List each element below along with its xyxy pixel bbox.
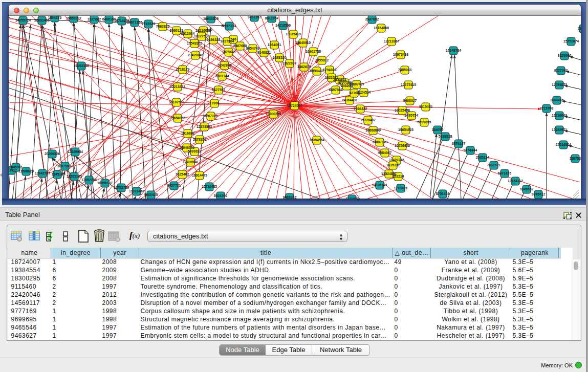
svg-text:5878352: 5878352 xyxy=(193,138,207,141)
svg-text:62160: 62160 xyxy=(350,91,359,95)
svg-text:7986322: 7986322 xyxy=(354,107,367,111)
svg-text:16782759: 16782759 xyxy=(114,186,129,189)
svg-text:12942737: 12942737 xyxy=(35,171,50,175)
svg-text:17957255: 17957255 xyxy=(81,178,97,182)
svg-text:19384554: 19384554 xyxy=(309,138,324,142)
svg-text:2803144: 2803144 xyxy=(215,74,229,78)
svg-text:16107552: 16107552 xyxy=(169,100,184,104)
svg-text:14055724: 14055724 xyxy=(15,18,31,22)
svg-text:116753: 116753 xyxy=(570,157,581,160)
svg-text:9329996: 9329996 xyxy=(558,54,572,57)
svg-text:9474444: 9474444 xyxy=(464,148,477,152)
svg-text:10958107: 10958107 xyxy=(97,181,113,185)
svg-text:16648784: 16648784 xyxy=(446,49,461,52)
svg-text:12375115: 12375115 xyxy=(401,83,416,86)
svg-text:5493822: 5493822 xyxy=(188,149,202,153)
svg-text:2495754: 2495754 xyxy=(405,114,419,117)
svg-text:8990443: 8990443 xyxy=(310,69,324,73)
svg-text:12093873: 12093873 xyxy=(552,83,567,86)
svg-text:9463627: 9463627 xyxy=(403,99,417,102)
svg-text:7485063: 7485063 xyxy=(398,68,412,72)
svg-text:391517: 391517 xyxy=(9,168,17,172)
svg-text:20206526: 20206526 xyxy=(45,152,60,156)
svg-text:10975887: 10975887 xyxy=(57,164,73,168)
svg-text:10756928: 10756928 xyxy=(395,144,410,147)
svg-text:3124534: 3124534 xyxy=(357,91,371,94)
svg-text:1615132: 1615132 xyxy=(386,163,400,167)
svg-text:12213383: 12213383 xyxy=(170,85,185,89)
svg-text:1822037: 1822037 xyxy=(283,61,297,65)
svg-text:5938918: 5938918 xyxy=(439,135,452,138)
svg-text:15716485: 15716485 xyxy=(202,185,217,188)
svg-text:10688609: 10688609 xyxy=(365,128,381,132)
svg-text:1804373: 1804373 xyxy=(48,16,62,19)
svg-text:1527602: 1527602 xyxy=(88,17,101,21)
svg-text:9115460: 9115460 xyxy=(419,105,432,108)
svg-text:9242848: 9242848 xyxy=(218,63,232,67)
svg-text:7955812: 7955812 xyxy=(315,58,329,62)
svg-text:111975: 111975 xyxy=(578,27,581,30)
svg-text:1864091: 1864091 xyxy=(268,43,281,47)
svg-text:7357224: 7357224 xyxy=(223,24,236,28)
svg-text:18300295: 18300295 xyxy=(266,112,281,116)
svg-text:24364436: 24364436 xyxy=(342,98,357,102)
svg-text:10973493: 10973493 xyxy=(393,53,408,56)
svg-text:9146821: 9146821 xyxy=(257,51,271,54)
svg-text:3215958: 3215958 xyxy=(540,106,554,110)
svg-text:8471676: 8471676 xyxy=(498,171,512,175)
svg-text:1244415: 1244415 xyxy=(550,98,564,102)
svg-text:7663822: 7663822 xyxy=(156,25,170,28)
svg-text:6879197: 6879197 xyxy=(452,142,466,145)
svg-text:9084067: 9084067 xyxy=(378,151,392,155)
svg-text:18127508: 18127508 xyxy=(194,34,209,38)
svg-text:18724007: 18724007 xyxy=(287,104,302,107)
svg-text:10025458: 10025458 xyxy=(395,108,410,112)
svg-text:16033809: 16033809 xyxy=(203,17,219,20)
svg-text:2935114: 2935114 xyxy=(476,156,489,159)
svg-text:11420746: 11420746 xyxy=(389,158,404,162)
svg-text:16046703: 16046703 xyxy=(179,146,194,149)
svg-text:2087682: 2087682 xyxy=(365,17,379,21)
svg-text:21053346: 21053346 xyxy=(74,64,89,68)
svg-text:8813054: 8813054 xyxy=(265,16,279,20)
svg-text:12409948: 12409948 xyxy=(183,160,198,164)
svg-text:10543352: 10543352 xyxy=(187,41,202,45)
svg-text:9245012: 9245012 xyxy=(532,192,546,196)
svg-text:8924502: 8924502 xyxy=(214,194,228,198)
svg-text:16961758: 16961758 xyxy=(306,50,321,53)
svg-text:19654923: 19654923 xyxy=(398,128,413,132)
svg-text:10671355: 10671355 xyxy=(127,20,142,24)
svg-text:1916682: 1916682 xyxy=(181,132,195,135)
svg-text:1845001: 1845001 xyxy=(9,165,23,169)
svg-text:11023448: 11023448 xyxy=(129,189,144,193)
svg-text:1733426: 1733426 xyxy=(394,186,408,190)
svg-text:16914479: 16914479 xyxy=(192,173,207,177)
svg-text:19654985: 19654985 xyxy=(170,116,185,120)
svg-text:10607487: 10607487 xyxy=(349,82,364,86)
svg-text:164095: 164095 xyxy=(432,128,444,132)
svg-text:8427552: 8427552 xyxy=(212,88,226,92)
svg-text:7632621: 7632621 xyxy=(487,163,501,167)
svg-text:15692971: 15692971 xyxy=(552,128,567,132)
svg-text:252214: 252214 xyxy=(393,174,404,178)
svg-text:11568629: 11568629 xyxy=(18,169,34,173)
svg-text:1588520: 1588520 xyxy=(273,56,287,59)
svg-text:6899695: 6899695 xyxy=(418,120,431,124)
svg-text:15720407: 15720407 xyxy=(360,118,376,122)
svg-text:8454749: 8454749 xyxy=(246,47,260,50)
svg-text:10654112: 10654112 xyxy=(508,179,523,183)
svg-text:9657771: 9657771 xyxy=(167,184,181,187)
svg-text:16154808: 16154808 xyxy=(374,26,389,30)
svg-text:7625402: 7625402 xyxy=(176,172,189,176)
svg-text:114519: 114519 xyxy=(52,172,63,176)
svg-text:13325419: 13325419 xyxy=(286,32,301,36)
svg-text:2718179: 2718179 xyxy=(176,68,190,71)
svg-text:20691406: 20691406 xyxy=(34,18,50,22)
svg-text:6497568: 6497568 xyxy=(329,88,343,92)
svg-text:1875645: 1875645 xyxy=(222,50,236,54)
svg-text:546: 546 xyxy=(230,37,236,41)
svg-text:3912934: 3912934 xyxy=(181,32,195,35)
svg-text:12353593: 12353593 xyxy=(197,125,212,128)
svg-text:23420046: 23420046 xyxy=(188,53,203,57)
svg-text:12505135: 12505135 xyxy=(67,174,82,178)
